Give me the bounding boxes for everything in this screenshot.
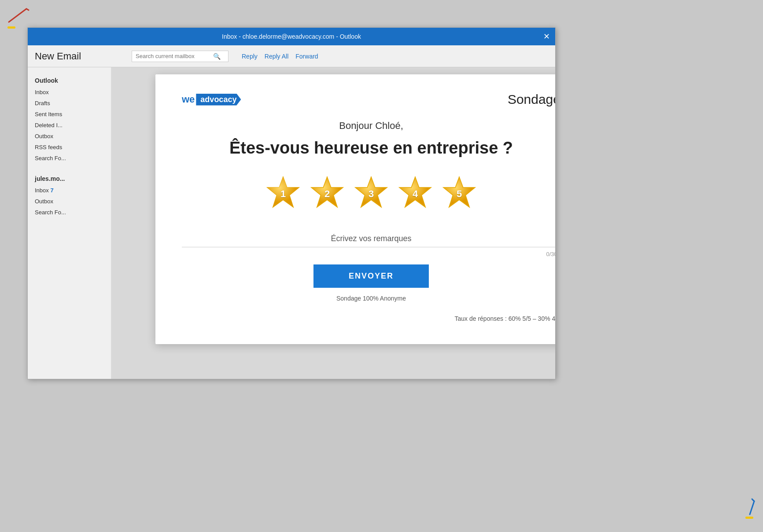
star-1-label: 1 (280, 188, 286, 200)
svg-rect-2 (7, 26, 15, 29)
star-5[interactable]: 5 (442, 175, 477, 212)
sidebar-item-inbox2[interactable]: Inbox 7 (28, 185, 111, 196)
close-button[interactable]: ✕ (543, 33, 550, 40)
sidebar: Outlook Inbox Drafts Sent Items Deleted … (28, 67, 111, 379)
email-body: we advocacy Sondage Bonjour Chloé, Êtes-… (155, 74, 555, 344)
email-area: we advocacy Sondage Bonjour Chloé, Êtes-… (111, 67, 555, 379)
email-greeting: Bonjour Chloé, (182, 120, 555, 132)
logo-container: we advocacy (182, 94, 241, 106)
title-bar: Inbox - chloe.delorme@weadvocacy.com - O… (28, 28, 555, 45)
reply-button[interactable]: Reply (242, 53, 258, 60)
anonymous-note: Sondage 100% Anonyme (182, 295, 555, 302)
forward-button[interactable]: Forward (295, 53, 318, 60)
corner-decoration-br (726, 495, 756, 525)
inbox-badge: 7 (50, 187, 53, 194)
sidebar-item-outbox[interactable]: Outbox (28, 131, 111, 142)
comments-divider (182, 247, 555, 247)
response-rate: Taux de réponses : 60% 5/5 – 30% 4/5 (182, 315, 555, 327)
main-content: Outlook Inbox Drafts Sent Items Deleted … (28, 67, 555, 379)
search-box: 🔍 (132, 51, 229, 62)
svg-line-4 (750, 501, 754, 514)
star-2[interactable]: 2 (310, 175, 345, 212)
logo-advocacy: advocacy (196, 94, 241, 106)
stars-row: 1 2 (182, 175, 555, 212)
comments-label: Écrivez vos remarques (182, 234, 555, 243)
sidebar-item-search1[interactable]: Search Fo... (28, 153, 111, 164)
toolbar-actions: Reply Reply All Forward (242, 53, 318, 60)
outlook-window: Inbox - chloe.delorme@weadvocacy.com - O… (27, 27, 556, 379)
sidebar-item-sent[interactable]: Sent Items (28, 109, 111, 120)
window-title: Inbox - chloe.delorme@weadvocacy.com - O… (222, 33, 361, 40)
star-4[interactable]: 4 (398, 175, 433, 212)
search-input[interactable] (136, 53, 210, 59)
new-email-button[interactable]: New Email (35, 51, 123, 62)
reply-all-button[interactable]: Reply All (265, 53, 288, 60)
email-question: Êtes-vous heureuse en entreprise ? (182, 139, 555, 158)
sondage-title: Sondage (508, 92, 555, 107)
sidebar-item-rss[interactable]: RSS feeds (28, 142, 111, 153)
sidebar-section-outlook: Outlook (28, 74, 111, 87)
send-button[interactable]: ENVOYER (313, 264, 429, 288)
sidebar-item-outbox2[interactable]: Outbox (28, 196, 111, 207)
logo-we: we (182, 94, 195, 105)
sidebar-item-inbox[interactable]: Inbox (28, 87, 111, 98)
star-1[interactable]: 1 (265, 175, 301, 212)
sidebar-item-deleted[interactable]: Deleted I... (28, 120, 111, 131)
svg-line-1 (26, 9, 29, 10)
svg-line-0 (9, 9, 26, 22)
email-header-row: we advocacy Sondage (182, 92, 555, 107)
sidebar-item-drafts[interactable]: Drafts (28, 98, 111, 109)
star-3[interactable]: 3 (354, 175, 389, 212)
sidebar-section-jules: jules.mo... (28, 172, 111, 185)
email-modal: we advocacy Sondage Bonjour Chloé, Êtes-… (155, 74, 555, 344)
sidebar-item-search2[interactable]: Search Fo... (28, 207, 111, 218)
star-5-label: 5 (457, 188, 462, 200)
star-2-label: 2 (324, 188, 330, 200)
comments-counter: 0/300 (182, 251, 555, 257)
svg-rect-3 (745, 517, 753, 519)
toolbar: New Email 🔍 Reply Reply All Forward (28, 45, 555, 67)
star-4-label: 4 (413, 188, 418, 200)
search-icon: 🔍 (213, 53, 221, 60)
star-3-label: 3 (369, 188, 374, 200)
